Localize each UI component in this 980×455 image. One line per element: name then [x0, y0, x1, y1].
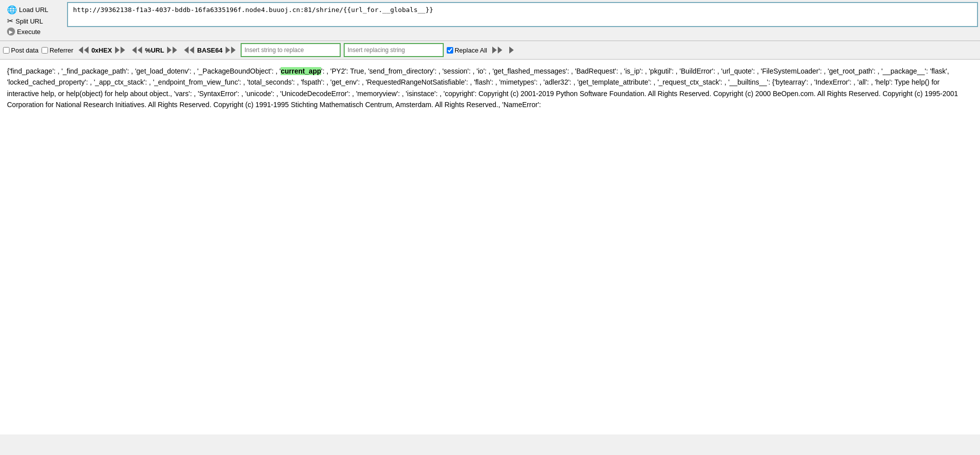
referrer-checkbox[interactable] [42, 47, 48, 54]
url-label: %URL [145, 47, 164, 54]
hex-decode-button[interactable] [77, 46, 91, 55]
base64-label: BASE64 [197, 47, 223, 54]
replace-arrow-icon3 [509, 47, 514, 54]
base64-decode-button[interactable] [182, 46, 196, 55]
post-data-checkbox-label[interactable]: Post data [3, 47, 39, 54]
replace-arrow-button2[interactable] [507, 46, 516, 55]
insert-replace-input[interactable] [241, 43, 341, 57]
highlighted-word: current_app [281, 67, 321, 75]
replace-all-text: Replace All [455, 47, 487, 54]
arrow-left-url-icon2 [138, 47, 142, 54]
replace-arrow-icon1 [492, 47, 497, 54]
execute-button[interactable]: ▶ Execute [5, 27, 64, 37]
replace-all-label[interactable]: Replace All [447, 47, 487, 54]
left-buttons: 🌐 Load URL ✂ Split URL ▶ Execute [2, 2, 67, 39]
arrow-right-url-icon2 [173, 47, 177, 54]
execute-label: Execute [17, 28, 41, 36]
hex-encode-button[interactable] [113, 46, 127, 55]
url-area: http://39362138-f1a3-4037-bddb-16fa63351… [67, 2, 978, 27]
hex-label: 0xHEX [92, 47, 112, 54]
arrow-left-b64-icon2 [190, 47, 194, 54]
post-data-checkbox[interactable] [3, 47, 10, 54]
scissors-icon: ✂ [7, 17, 14, 26]
arrow-right-icon2 [121, 47, 125, 54]
load-icon: 🌐 [7, 5, 17, 15]
split-url-button[interactable]: ✂ Split URL [5, 16, 64, 27]
arrow-right-b64-icon2 [231, 47, 236, 54]
content-area: {'find_package': , '_find_package_path':… [0, 60, 980, 434]
insert-replacing-input[interactable] [344, 43, 444, 57]
url-input[interactable]: http://39362138-f1a3-4037-bddb-16fa63351… [67, 2, 978, 27]
replace-arrow-icon2 [498, 47, 502, 54]
load-url-label: Load URL [19, 6, 49, 14]
post-data-label: Post data [11, 47, 39, 54]
referrer-label: Referrer [50, 47, 74, 54]
base64-encode-group: BASE64 [182, 46, 238, 55]
top-toolbar: 🌐 Load URL ✂ Split URL ▶ Execute http://… [0, 0, 980, 41]
arrow-left-icon [79, 47, 83, 54]
arrow-right-url-icon [167, 47, 172, 54]
hex-encode-group: 0xHEX [77, 46, 127, 55]
options-bar: Post data Referrer 0xHEX %URL [0, 41, 980, 60]
url-encode-group: %URL [130, 46, 179, 55]
url-encode-button[interactable] [165, 46, 179, 55]
arrow-right-icon [115, 47, 120, 54]
execute-icon: ▶ [7, 28, 15, 36]
url-decode-button[interactable] [130, 46, 144, 55]
replace-arrow-button1[interactable] [490, 46, 504, 55]
base64-encode-button[interactable] [224, 46, 238, 55]
split-url-label: Split URL [16, 18, 43, 25]
arrow-left-b64-icon [184, 47, 189, 54]
arrow-left-icon2 [84, 47, 89, 54]
replace-all-checkbox[interactable] [447, 47, 453, 54]
arrow-right-b64-icon [226, 47, 230, 54]
arrow-left-url-icon [132, 47, 137, 54]
load-url-button[interactable]: 🌐 Load URL [5, 4, 64, 16]
referrer-checkbox-label[interactable]: Referrer [42, 47, 74, 54]
